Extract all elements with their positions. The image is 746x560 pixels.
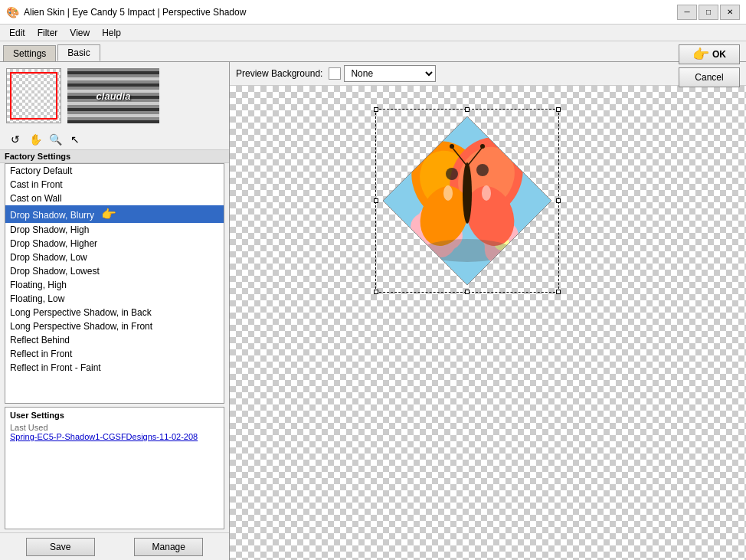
window-controls: ─ □ ✕ (677, 5, 740, 20)
handle-top-right[interactable] (556, 107, 561, 112)
list-item-reflect-in-front[interactable]: Reflect in Front (5, 347, 224, 361)
list-item-drop-shadow-higher[interactable]: Drop Shadow, Higher (5, 237, 224, 251)
handle-top-left[interactable] (374, 107, 378, 112)
bottom-buttons: Save Manage (0, 532, 229, 560)
minimize-button[interactable]: ─ (677, 5, 697, 20)
preview-background-label: Preview Background: (236, 68, 322, 79)
preview-bg-select: None White Black Custom (329, 65, 436, 82)
zoom-tool-button[interactable]: 🔍 (46, 131, 64, 148)
cancel-button[interactable]: Cancel (679, 67, 740, 87)
thumbnail-selection (10, 72, 57, 120)
list-item-reflect-behind[interactable]: Reflect Behind (5, 333, 224, 347)
reset-tool-button[interactable]: ↺ (6, 131, 25, 148)
handle-middle-right[interactable] (556, 198, 561, 203)
toolbar-strip: ↺ ✋ 🔍 ↖ (0, 129, 229, 150)
factory-settings-list[interactable]: Factory Default Cast in Front Cast on Wa… (5, 163, 224, 404)
last-used-label: Last Used (10, 423, 219, 432)
list-item-cast-on-wall[interactable]: Cast on Wall (5, 192, 224, 205)
factory-settings-list-wrapper: Factory Default Cast in Front Cast on Wa… (5, 163, 224, 404)
list-item-drop-shadow-lowest[interactable]: Drop Shadow, Lowest (5, 264, 224, 278)
list-item-drop-shadow-blurry[interactable]: Drop Shadow, Blurry 👉 (5, 205, 224, 223)
menu-bar: Edit Filter View Help (0, 25, 746, 41)
list-item-long-persp-front[interactable]: Long Perspective Shadow, in Front (5, 319, 224, 333)
list-item-floating-low[interactable]: Floating, Low (5, 292, 224, 306)
menu-view[interactable]: View (64, 26, 96, 40)
list-item-drop-shadow-high[interactable]: Drop Shadow, High (5, 223, 224, 237)
user-settings-area: User Settings Last Used Spring-EC5-P-Sha… (5, 407, 224, 529)
preview-stripes: claudia (67, 68, 159, 123)
preview-canvas[interactable] (230, 86, 746, 560)
manage-button[interactable]: Manage (134, 538, 203, 556)
menu-help[interactable]: Help (96, 26, 127, 40)
maximize-button[interactable]: □ (699, 5, 718, 20)
last-used-value[interactable]: Spring-EC5-P-Shadow1-CGSFDesigns-11-02-2… (10, 432, 219, 441)
handle-bottom-right[interactable] (556, 290, 561, 294)
tab-basic[interactable]: Basic (57, 44, 100, 61)
butterfly-container (375, 109, 559, 293)
title-bar: 🎨 Alien Skin | Eye Candy 5 Impact | Pers… (0, 0, 746, 25)
selection-border (375, 109, 559, 293)
preview-label: claudia (97, 90, 131, 102)
handle-middle-left[interactable] (374, 198, 378, 203)
app-icon: 🎨 (6, 6, 19, 18)
bg-color-swatch (329, 67, 341, 80)
ok-cancel-area: 👉 OK Cancel (679, 44, 740, 87)
user-settings-header: User Settings (10, 411, 219, 420)
handle-top-middle[interactable] (465, 107, 470, 112)
tab-bar: Settings Basic (0, 41, 746, 62)
list-item-long-persp-back[interactable]: Long Perspective Shadow, in Back (5, 306, 224, 319)
thumbnail-box (6, 68, 61, 123)
list-item-factory-default[interactable]: Factory Default (5, 164, 224, 178)
factory-settings-header: Factory Settings (0, 150, 229, 163)
menu-filter[interactable]: Filter (31, 26, 64, 40)
preview-toolbar: Preview Background: None White Black Cus… (230, 62, 746, 86)
arrow-indicator-icon: 👉 (101, 208, 116, 221)
hand-pointer-icon: 👉 (692, 46, 709, 63)
thumbnail-area: claudia (0, 62, 229, 129)
left-panel: claudia ↺ ✋ 🔍 ↖ Factory Settings Factory… (0, 62, 230, 560)
main-layout: claudia ↺ ✋ 🔍 ↖ Factory Settings Factory… (0, 62, 746, 560)
list-item-drop-shadow-low[interactable]: Drop Shadow, Low (5, 251, 224, 264)
list-item-cast-in-front[interactable]: Cast in Front (5, 178, 224, 192)
select-tool-button[interactable]: ↖ (66, 131, 84, 148)
menu-edit[interactable]: Edit (3, 26, 31, 40)
handle-bottom-left[interactable] (374, 290, 378, 294)
list-item-reflect-front-faint[interactable]: Reflect in Front - Faint (5, 361, 224, 375)
save-button[interactable]: Save (26, 538, 95, 556)
ok-button[interactable]: 👉 OK (679, 44, 740, 64)
tab-settings[interactable]: Settings (3, 45, 56, 61)
window-title: Alien Skin | Eye Candy 5 Impact | Perspe… (24, 7, 677, 18)
right-panel: Preview Background: None White Black Cus… (230, 62, 746, 560)
thumbnail-preview: claudia (67, 68, 159, 123)
handle-bottom-middle[interactable] (465, 290, 470, 294)
factory-settings-area: Factory Settings Factory Default Cast in… (0, 150, 229, 560)
pan-tool-button[interactable]: ✋ (26, 131, 44, 148)
list-item-floating-high[interactable]: Floating, High (5, 278, 224, 292)
preview-bg-dropdown[interactable]: None White Black Custom (344, 65, 436, 82)
close-button[interactable]: ✕ (720, 5, 740, 20)
